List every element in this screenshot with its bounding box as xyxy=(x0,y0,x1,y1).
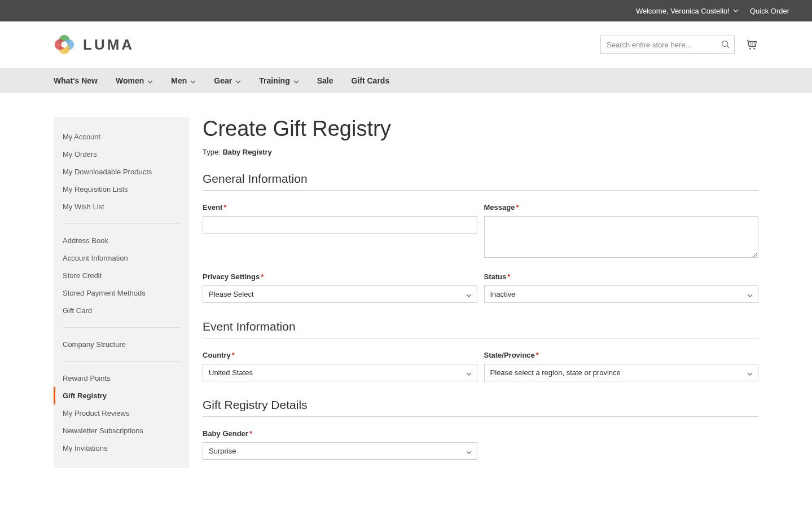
sidebar-my-wishlist[interactable]: My Wish List xyxy=(63,198,180,215)
privacy-label: Privacy Settings* xyxy=(203,272,477,281)
search-box xyxy=(600,36,735,54)
required-icon: * xyxy=(516,203,519,212)
nav-women-label: Women xyxy=(116,76,144,85)
nav-whats-new[interactable]: What's New xyxy=(54,76,98,85)
section-event: Event Information xyxy=(203,320,758,338)
sidebar-divider xyxy=(63,361,180,362)
sidebar-address-book[interactable]: Address Book xyxy=(63,232,180,249)
required-icon: * xyxy=(261,272,264,281)
sidebar-product-reviews[interactable]: My Product Reviews xyxy=(63,404,180,422)
event-input[interactable] xyxy=(203,216,477,234)
chevron-down-icon xyxy=(235,76,241,85)
svg-point-11 xyxy=(749,48,751,50)
baby-gender-label-text: Baby Gender xyxy=(203,429,248,438)
chevron-down-icon xyxy=(293,76,299,85)
top-bar: Welcome, Veronica Costello! Quick Order xyxy=(0,0,812,21)
status-select[interactable]: Inactive xyxy=(484,285,759,303)
message-label-text: Message xyxy=(484,203,515,212)
event-label: Event* xyxy=(203,203,477,212)
welcome-dropdown[interactable]: Welcome, Veronica Costello! xyxy=(636,7,739,15)
sidebar-newsletter[interactable]: Newsletter Subscriptions xyxy=(63,422,180,439)
sidebar-gift-card[interactable]: Gift Card xyxy=(63,302,180,319)
nav-gift-cards[interactable]: Gift Cards xyxy=(352,76,390,85)
sidebar-account-info[interactable]: Account Information xyxy=(63,249,180,267)
nav-gear[interactable]: Gear xyxy=(214,76,241,85)
required-icon: * xyxy=(507,272,510,281)
country-select[interactable]: United States xyxy=(203,364,477,381)
nav-sale[interactable]: Sale xyxy=(317,76,333,85)
nav-training-label: Training xyxy=(259,76,289,85)
chevron-down-icon xyxy=(733,9,739,12)
sidebar-my-account[interactable]: My Account xyxy=(63,128,180,146)
section-details: Gift Registry Details xyxy=(203,398,758,417)
nav-men-label: Men xyxy=(171,76,187,85)
section-general: General Information xyxy=(203,172,758,191)
sidebar-reward-points[interactable]: Reward Points xyxy=(63,369,180,387)
chevron-down-icon xyxy=(147,76,153,85)
sidebar-my-downloadable[interactable]: My Downloadable Products xyxy=(63,163,180,181)
account-sidebar: My Account My Orders My Downloadable Pro… xyxy=(54,117,189,468)
svg-line-7 xyxy=(747,40,749,42)
country-label-text: Country xyxy=(203,351,231,359)
baby-gender-label: Baby Gender* xyxy=(203,429,477,438)
required-icon: * xyxy=(223,203,226,212)
logo[interactable]: LUMA xyxy=(54,34,134,55)
logo-icon xyxy=(54,34,75,55)
event-label-text: Event xyxy=(203,203,222,212)
welcome-text: Welcome, Veronica Costello! xyxy=(636,7,730,15)
sidebar-invitations[interactable]: My Invitations xyxy=(63,439,180,457)
search-input[interactable] xyxy=(600,36,735,54)
main-wrap: My Account My Orders My Downloadable Pro… xyxy=(0,93,812,489)
state-select[interactable]: Please select a region, state or provinc… xyxy=(484,364,759,381)
nav-men[interactable]: Men xyxy=(171,76,196,85)
privacy-label-text: Privacy Settings xyxy=(203,272,260,281)
search-icon[interactable] xyxy=(721,40,730,49)
type-value: Baby Registry xyxy=(222,148,271,156)
svg-point-12 xyxy=(753,48,755,50)
required-icon: * xyxy=(249,429,252,438)
state-label-text: State/Province xyxy=(484,351,535,359)
sidebar-stored-payment[interactable]: Stored Payment Methods xyxy=(63,284,180,302)
quick-order-link[interactable]: Quick Order xyxy=(750,7,789,15)
chevron-down-icon xyxy=(190,76,196,85)
state-label: State/Province* xyxy=(484,351,759,359)
type-line: Type: Baby Registry xyxy=(203,148,758,156)
message-textarea[interactable] xyxy=(484,216,759,258)
type-label: Type: xyxy=(203,148,221,156)
status-label: Status* xyxy=(484,272,759,281)
required-icon: * xyxy=(536,351,539,359)
sidebar-my-orders[interactable]: My Orders xyxy=(63,146,180,163)
main-nav: What's New Women Men Gear Training Sale … xyxy=(0,68,812,93)
sidebar-company-structure[interactable]: Company Structure xyxy=(63,336,180,353)
sidebar-divider xyxy=(63,327,180,328)
nav-training[interactable]: Training xyxy=(259,76,299,85)
svg-point-4 xyxy=(61,41,67,47)
sidebar-divider xyxy=(63,223,180,224)
header: LUMA xyxy=(0,21,812,68)
country-label: Country* xyxy=(203,351,477,359)
message-label: Message* xyxy=(484,203,759,212)
sidebar-gift-registry[interactable]: Gift Registry xyxy=(54,387,180,404)
baby-gender-select[interactable]: Surprise xyxy=(203,442,477,460)
content: Create Gift Registry Type: Baby Registry… xyxy=(203,117,758,472)
required-icon: * xyxy=(232,351,235,359)
logo-text: LUMA xyxy=(83,36,134,54)
cart-icon[interactable] xyxy=(746,38,758,51)
svg-line-6 xyxy=(727,46,730,49)
sidebar-my-requisition[interactable]: My Requisition Lists xyxy=(63,181,180,198)
sidebar-store-credit[interactable]: Store Credit xyxy=(63,267,180,284)
page-title: Create Gift Registry xyxy=(203,117,758,141)
nav-women[interactable]: Women xyxy=(116,76,153,85)
privacy-select[interactable]: Please Select xyxy=(203,285,477,303)
status-label-text: Status xyxy=(484,272,507,281)
svg-point-5 xyxy=(722,41,728,47)
header-right xyxy=(600,36,758,54)
nav-gear-label: Gear xyxy=(214,76,232,85)
